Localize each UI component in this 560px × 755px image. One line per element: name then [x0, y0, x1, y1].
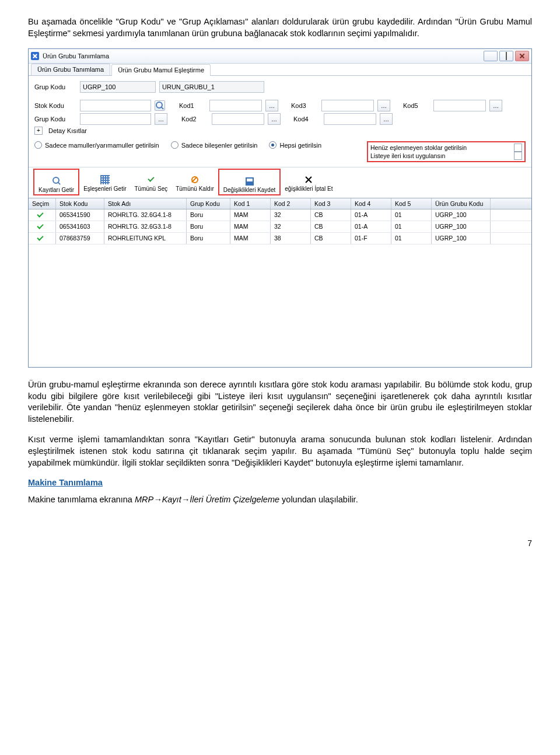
- kod5-lookup-button[interactable]: …: [489, 100, 502, 111]
- kod4-lookup-button[interactable]: …: [380, 113, 393, 125]
- toolbar: Kayıtları Getir Eşleşenleri Getir Tümünü…: [29, 167, 531, 198]
- save-icon: [246, 177, 254, 186]
- check-icon: [32, 235, 52, 242]
- detay-expander[interactable]: +: [34, 127, 43, 135]
- kod2-input[interactable]: [212, 113, 264, 125]
- col-stok-adi[interactable]: Stok Adı: [104, 198, 187, 209]
- col-kod4[interactable]: Kod 4: [351, 198, 391, 209]
- grup-kodu2-input[interactable]: [80, 113, 151, 125]
- col-kod2[interactable]: Kod 2: [271, 198, 311, 209]
- kod2-lookup-button[interactable]: …: [268, 113, 281, 125]
- label-grup-kodu: Grup Kodu: [34, 83, 76, 90]
- eslesenleri-getir-button[interactable]: Eşleşenleri Getir: [79, 169, 130, 193]
- window-title: Ürün Grubu Tanımlama: [43, 53, 109, 60]
- check-listeye[interactable]: [514, 152, 522, 160]
- label-kod4: Kod4: [293, 116, 320, 123]
- magnifier-icon: [155, 101, 164, 110]
- tumunu-kaldir-button[interactable]: Tümünü Kaldır: [172, 169, 218, 193]
- minus-circle-icon: [190, 175, 200, 184]
- tabstrip: Ürün Grubu Tanımlama Ürün Grubu Mamul Eş…: [29, 64, 531, 76]
- col-secim[interactable]: Seçim: [29, 198, 56, 209]
- stok-kodu-lookup-button[interactable]: [155, 100, 165, 111]
- detay-kisitlar-label: Detay Kısıtlar: [48, 127, 87, 134]
- maximize-button[interactable]: [499, 51, 513, 61]
- grup-kodu-field: UGRP_100: [80, 81, 156, 93]
- stok-kodu-input[interactable]: [80, 100, 151, 111]
- minimize-button[interactable]: [484, 51, 498, 61]
- radio-bilesenler[interactable]: Sadece bileşenler getirilsin: [171, 141, 258, 149]
- label-kod5: Kod5: [403, 102, 430, 109]
- col-kod5[interactable]: Kod 5: [391, 198, 432, 209]
- tab-tanimlama[interactable]: Ürün Grubu Tanımlama: [31, 64, 110, 75]
- radio-mamuller[interactable]: Sadece mamuller/yarımamuller getirilsin: [34, 141, 159, 149]
- kod1-lookup-button[interactable]: …: [265, 100, 278, 111]
- kayitlari-getir-button[interactable]: Kayıtları Getir: [33, 169, 79, 195]
- col-grup-kodu[interactable]: Grup Kodu: [187, 198, 230, 209]
- paragraph-2: Ürün grubu-mamul eşleştirme ekranında so…: [28, 379, 532, 425]
- check-listeye-label: Listeye ileri kısıt uygulansın: [370, 152, 445, 159]
- col-urun-grubu[interactable]: Ürün Grubu Kodu: [432, 198, 491, 209]
- paragraph-4: Makine tanımlama ekranına MRP→Kayıt→İler…: [28, 494, 532, 506]
- page-number: 7: [28, 539, 532, 548]
- check-henuz-label: Henüz eşlenmeyen stoklar getirilsin: [370, 144, 467, 151]
- grup-kodu2-lookup-button[interactable]: …: [155, 113, 167, 125]
- radio-hepsi[interactable]: Hepsi getirilsin: [269, 141, 321, 149]
- degisiklikleri-iptal-button[interactable]: eğişiklikleri İptal Et: [281, 169, 337, 193]
- check-henuz[interactable]: [514, 144, 522, 152]
- col-kod3[interactable]: Kod 3: [311, 198, 351, 209]
- cancel-icon: [304, 175, 313, 184]
- label-grup-kodu2: Grup Kodu: [34, 116, 76, 123]
- label-kod2: Kod2: [181, 116, 208, 123]
- intro-paragraph: Bu aşamada öncelikle "Grup Kodu" ve "Gru…: [28, 16, 532, 39]
- table-row[interactable]: 065341603ROHRLTG. 32.6G3.1-8BoruMAM32CB0…: [29, 221, 531, 233]
- check-icon: [32, 211, 52, 219]
- table-row[interactable]: 065341590ROHRLTG. 32.6G4.1-8BoruMAM32CB0…: [29, 209, 531, 221]
- tumunu-sec-button[interactable]: Tümünü Seç: [131, 169, 172, 193]
- heading-makine-tanimlama: Makine Tanımlama: [28, 478, 532, 487]
- data-grid: Seçim Stok Kodu Stok Adı Grup Kodu Kod 1…: [29, 198, 531, 367]
- app-window: Ürün Grubu Tanımlama Ürün Grubu Tanımlam…: [28, 48, 532, 368]
- table-row[interactable]: 078683759ROHRLEITUNG KPLBoruMAM38CB01-F0…: [29, 233, 531, 244]
- label-kod3: Kod3: [291, 102, 318, 109]
- label-stok-kodu: Stok Kodu: [34, 102, 76, 109]
- label-kod1: Kod1: [179, 102, 206, 109]
- paragraph-3: Kısıt verme işlemi tamamlandıktan sonra …: [28, 434, 532, 469]
- col-kod1[interactable]: Kod 1: [230, 198, 271, 209]
- col-stok-kodu[interactable]: Stok Kodu: [56, 198, 104, 209]
- tab-eslestirme[interactable]: Ürün Grubu Mamul Eşleştirme: [111, 64, 211, 76]
- window-icon: [31, 52, 39, 60]
- grid-icon: [100, 175, 110, 184]
- kod4-input[interactable]: [324, 113, 376, 125]
- close-button[interactable]: [515, 51, 529, 61]
- kod1-input[interactable]: [209, 100, 262, 111]
- check-highlight-box: Henüz eşlenmeyen stoklar getirilsin List…: [367, 141, 526, 162]
- kod3-lookup-button[interactable]: …: [377, 100, 390, 111]
- degisiklikleri-kaydet-button[interactable]: Değişiklikleri Kaydet: [218, 169, 281, 195]
- titlebar: Ürün Grubu Tanımlama: [29, 49, 531, 64]
- grup-kodu-aciklama-field: URUN_GRUBU_1: [159, 81, 264, 93]
- check-icon: [32, 223, 52, 230]
- check-icon: [146, 175, 156, 184]
- kod5-input[interactable]: [433, 100, 486, 111]
- magnifier-icon: [52, 176, 61, 186]
- kod3-input[interactable]: [321, 100, 374, 111]
